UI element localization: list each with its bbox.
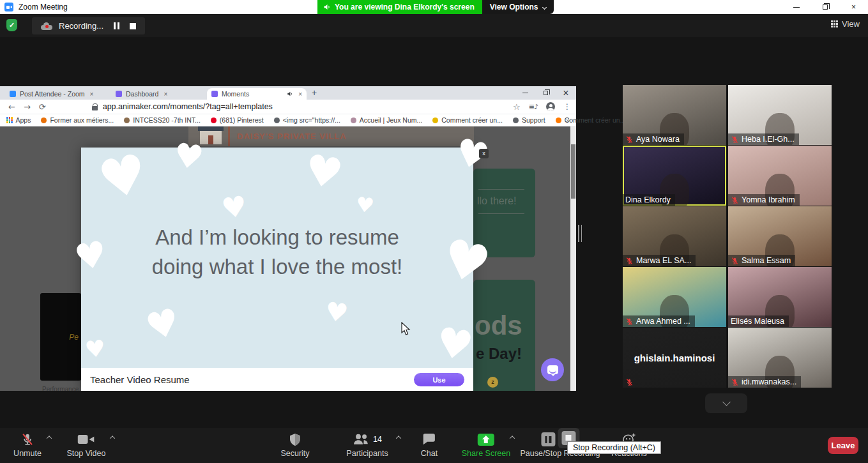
stop-recording-tooltip: Stop Recording (Alt+C) [567, 441, 661, 454]
template-footer: Teacher Video Resume Use [81, 368, 473, 391]
share-screen-icon [478, 434, 494, 446]
tab-moments[interactable]: Moments × [207, 88, 307, 100]
use-template-button[interactable]: Use [414, 373, 464, 386]
bookmark-item[interactable]: Support [513, 116, 545, 124]
participant-tile[interactable]: Heba I.El-Gh... Heba I.El-Gh... [728, 85, 832, 145]
video-options-chevron[interactable] [110, 436, 115, 441]
participant-name-label: Heba I.El-Gh... [728, 133, 799, 145]
scroll-participants-button[interactable] [705, 393, 747, 413]
bookmark-item[interactable]: Accueil | Jeux Num... [351, 116, 422, 124]
viewing-text: You are viewing Dina Elkordy's screen [335, 3, 475, 11]
browser-restore-button[interactable] [535, 86, 556, 100]
bookmark-star-icon[interactable]: ☆ [513, 102, 521, 112]
new-tab-button[interactable]: + [312, 87, 317, 98]
chat-button[interactable]: Chat [421, 432, 438, 458]
browser-tabstrip: Post Attendee - Zoom × Dashboard × Momen… [0, 86, 576, 100]
bookmark-item[interactable]: <img src="https://... [274, 116, 340, 124]
page-scrollbar[interactable] [570, 126, 576, 391]
muted-mic-icon [625, 135, 634, 144]
camera-icon [78, 434, 95, 445]
participant-name-label: Elisés Maleusa [728, 315, 789, 327]
tab-post-attendee[interactable]: Post Attendee - Zoom × [5, 88, 109, 100]
bookmark-item[interactable]: (681) Pinterest [211, 116, 264, 124]
participant-name-label: Marwa EL SA... [623, 255, 696, 266]
apps-shortcut[interactable]: Apps [6, 116, 31, 124]
tab-close-icon[interactable]: × [298, 91, 302, 98]
heart-icon: ♥ [433, 321, 476, 368]
participants-button[interactable]: 14 Participants [346, 432, 388, 458]
bookmarks-overflow-icon[interactable]: » [566, 116, 570, 124]
restore-button[interactable] [811, 0, 839, 14]
mouse-cursor [401, 322, 411, 336]
participants-options-chevron[interactable] [396, 436, 401, 441]
security-button[interactable]: Security [280, 432, 309, 458]
participant-tile[interactable]: Aya Nowara Aya Nowara [623, 85, 726, 145]
villa-banner: DAISY'S PRIVATE VILLA [188, 126, 474, 146]
tab-close-icon[interactable]: × [90, 91, 94, 98]
muted-mic-icon [731, 196, 739, 204]
bookmark-item[interactable]: Comment créer un... [432, 116, 503, 124]
forward-icon[interactable]: → [24, 102, 31, 112]
bookmark-item[interactable]: INTCESS20 -7th INT... [124, 116, 201, 124]
participant-tile[interactable]: Salma Essam Salma Essam [728, 206, 832, 266]
participants-video-grid: Aya Nowara Aya Nowara Heba I.El-Gh... [623, 85, 832, 388]
template-thumbnail[interactable]: Pe [40, 293, 81, 381]
participant-name-label: ghislain.haminosi [623, 377, 638, 388]
thumbnail-caption: Performance... [42, 386, 84, 391]
zoom-meeting-window: Zoom Meeting × You are viewing Dina Elko… [0, 0, 868, 463]
pause-recording-button[interactable] [541, 432, 555, 446]
refresh-icon[interactable]: ⟳ [39, 102, 46, 112]
bookmarks-bar: Apps Former aux métiers... INTCESS20 -7t… [0, 114, 576, 126]
stop-recording-icon[interactable] [130, 23, 136, 29]
zoom-favicon [10, 91, 16, 97]
muted-mic-icon [731, 257, 739, 265]
unmute-button[interactable]: Unmute [13, 432, 42, 458]
view-layout-button[interactable]: View [831, 19, 860, 29]
modal-close-button[interactable]: x [479, 149, 489, 158]
bookmark-icon [556, 118, 561, 123]
chevron-down-icon [542, 4, 546, 9]
participant-tile[interactable]: idi.mwanakas... idi.mwanakas... [728, 328, 832, 388]
template-title: Teacher Video Resume [90, 374, 190, 385]
participant-tile[interactable]: Yomna Ibrahim Yomna Ibrahim [728, 146, 832, 206]
bookmark-icon [41, 118, 47, 123]
template-preview-card[interactable]: ♥ ♥ ♥ ♥ ♥ ♥ ♥ ♥ ♥ ♥ ♥ ♥ And I’m looking … [81, 148, 473, 391]
security-shield-icon [289, 433, 301, 446]
media-controls-icon[interactable]: ≣♪ [529, 103, 538, 111]
bookmark-icon [274, 118, 280, 123]
animaker-favicon [116, 91, 122, 97]
participant-tile[interactable]: Dina Elkordy Dina Elkordy [623, 146, 726, 206]
share-screen-button[interactable]: Share Screen [462, 432, 510, 458]
bookmark-item[interactable]: Former aux métiers... [41, 116, 114, 124]
browser-minimize-button[interactable] [515, 86, 535, 100]
back-icon[interactable]: ← [8, 102, 15, 112]
close-button[interactable]: × [839, 0, 868, 14]
url-text[interactable]: app.animaker.com/moments/?tag=all+templa… [103, 102, 273, 111]
participant-tile[interactable]: ghislain.haminosi ghislain.haminosi [623, 328, 726, 388]
panel-resize-handle[interactable] [578, 225, 583, 242]
browser-close-button[interactable]: × [556, 86, 576, 100]
template-card-day[interactable]: ods e Day! z [473, 280, 535, 391]
leave-button[interactable]: Leave [828, 437, 858, 454]
speaker-icon [323, 3, 331, 11]
scrollbar-thumb[interactable] [571, 144, 575, 199]
participant-tile[interactable]: Arwa Ahmed ... Arwa Ahmed ... [623, 267, 726, 327]
tab-dashboard[interactable]: Dashboard × [111, 88, 204, 100]
profile-avatar-icon[interactable] [546, 102, 555, 111]
browser-menu-icon[interactable]: ⋮ [563, 102, 571, 111]
pause-recording-icon[interactable] [114, 22, 119, 29]
participant-tile[interactable]: Elisés Maleusa Elisés Maleusa [728, 267, 832, 327]
support-chat-button[interactable] [541, 358, 564, 381]
tab-close-icon[interactable]: × [164, 91, 167, 98]
audio-options-chevron[interactable] [47, 436, 52, 441]
tab-audio-icon[interactable] [287, 91, 293, 97]
stop-video-button[interactable]: Stop Video [67, 432, 106, 458]
heart-icon: ♥ [172, 138, 206, 175]
muted-mic-icon [731, 378, 739, 386]
shared-browser-window: Post Attendee - Zoom × Dashboard × Momen… [0, 86, 576, 391]
muted-mic-icon [625, 378, 634, 386]
participant-tile[interactable]: Marwa EL SA... Marwa EL SA... [623, 206, 726, 266]
view-options-dropdown[interactable]: View Options [482, 0, 554, 14]
minimize-button[interactable] [782, 0, 811, 14]
browser-address-bar: ← → ⟳ app.animaker.com/moments/?tag=all+… [0, 100, 576, 114]
